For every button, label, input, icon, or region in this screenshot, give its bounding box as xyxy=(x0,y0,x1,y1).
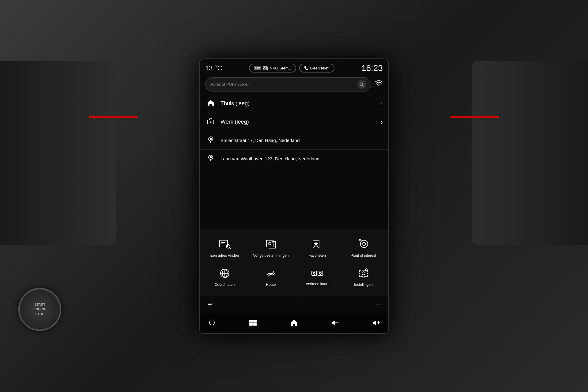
home-button[interactable] xyxy=(287,316,301,330)
recent1-nav-item[interactable]: Smientstraat 17, Den Haag, Nederland xyxy=(200,131,388,150)
phone-icon xyxy=(304,66,308,70)
dab-badge: DAB xyxy=(254,66,261,70)
menu-button[interactable] xyxy=(246,316,260,330)
previous-destinations-icon xyxy=(266,239,277,251)
home-icon xyxy=(205,99,216,108)
svg-line-6 xyxy=(363,85,364,86)
work-icon xyxy=(205,118,216,126)
favorites-button[interactable]: Favorieten xyxy=(295,235,339,262)
radio-icon xyxy=(263,66,268,70)
poi-label: Point of interest xyxy=(351,253,376,258)
work-nav-item[interactable]: Werk (leeg) › xyxy=(200,113,388,131)
recent1-icon xyxy=(205,136,216,144)
radio-label: NPO Sterr... xyxy=(270,66,291,70)
settings-icon xyxy=(358,268,369,280)
recent1-nav-label: Smientstraat 17, Den Haag, Nederland xyxy=(221,138,383,143)
svg-marker-23 xyxy=(314,241,318,246)
svg-rect-42 xyxy=(253,320,257,323)
route-icon xyxy=(266,268,277,280)
route-label: Route xyxy=(266,282,276,287)
poi-button[interactable]: Point of interest xyxy=(341,235,385,262)
infotainment-screen: 13 °C DAB NPO Sterr... xyxy=(199,58,389,334)
power-button[interactable] xyxy=(205,316,219,330)
svg-point-1 xyxy=(264,67,265,69)
bottom-left-group: ↩ xyxy=(205,299,219,309)
home-nav-label: Thuis (leeg) xyxy=(221,100,381,107)
svg-point-11 xyxy=(210,138,212,140)
route-button[interactable]: Route xyxy=(249,264,293,291)
vent-left xyxy=(0,61,116,245)
work-nav-arrow: › xyxy=(381,118,383,125)
search-placeholder: Adres of POI invoeren xyxy=(210,82,250,87)
wifi-icon xyxy=(375,80,383,88)
system-bar xyxy=(200,312,388,333)
search-bar-row: Adres of POI invoeren xyxy=(200,76,388,95)
coordinates-button[interactable]: Coördinaten xyxy=(203,264,247,291)
start-engine-button[interactable]: START ENGINE STOP xyxy=(18,288,61,331)
dashboard-background: START ENGINE STOP 13 °C DAB NPO Sterr... xyxy=(0,0,588,392)
traffic-map-label: Verkeerskaart xyxy=(306,282,328,287)
status-bar: 13 °C DAB NPO Sterr... xyxy=(200,59,388,76)
recent2-icon xyxy=(205,155,216,163)
nav-items-list: Thuis (leeg) › Werk (leeg) › xyxy=(200,95,388,230)
phone-label: Geen telef. xyxy=(310,66,330,70)
temperature-display: 13 °C xyxy=(205,64,222,72)
find-address-icon xyxy=(219,239,231,251)
phone-button[interactable]: Geen telef. xyxy=(299,64,335,73)
favorites-label: Favorieten xyxy=(308,253,326,258)
settings-button[interactable]: Instellingen xyxy=(341,264,385,291)
svg-point-20 xyxy=(269,242,271,245)
coordinates-label: Coördinaten xyxy=(215,282,235,287)
vent-right xyxy=(472,61,588,245)
bottom-center-divider xyxy=(297,300,297,308)
svg-rect-43 xyxy=(249,323,253,326)
poi-icon xyxy=(358,239,369,251)
red-accent-strip-right xyxy=(450,116,499,118)
home-nav-arrow: › xyxy=(381,100,383,107)
svg-point-13 xyxy=(210,156,212,158)
previous-destinations-button[interactable]: Vorige bestemmingen xyxy=(249,235,293,262)
search-icon[interactable] xyxy=(357,80,366,89)
search-bar[interactable]: Adres of POI invoeren xyxy=(205,77,371,91)
volume-down-button[interactable] xyxy=(328,316,342,330)
svg-rect-44 xyxy=(253,323,257,326)
svg-point-37 xyxy=(362,272,365,275)
grid-section: Een adres vinden Vorige bestemmingen xyxy=(200,230,388,296)
recent2-nav-label: Laan van Waalhaven 123, Den Haag, Nederl… xyxy=(221,156,383,161)
traffic-map-button[interactable]: Verkeerskaart xyxy=(295,264,339,291)
svg-rect-41 xyxy=(249,320,253,323)
radio-button[interactable]: DAB NPO Sterr... xyxy=(249,64,296,73)
recent2-nav-item[interactable]: Laan van Waalhaven 123, Den Haag, Nederl… xyxy=(200,150,388,168)
home-nav-item[interactable]: Thuis (leeg) › xyxy=(200,95,388,113)
svg-point-34 xyxy=(319,272,321,274)
traffic-map-icon xyxy=(311,269,323,279)
status-center: DAB NPO Sterr... Geen telef. xyxy=(249,64,334,73)
svg-point-33 xyxy=(313,272,315,274)
bottom-nav-bar: ↩ ··· xyxy=(200,296,388,312)
time-display: 16:23 xyxy=(361,63,383,73)
volume-up-button[interactable] xyxy=(369,316,383,330)
svg-point-25 xyxy=(363,242,366,245)
more-options-button[interactable]: ··· xyxy=(375,301,383,307)
settings-label: Instellingen xyxy=(354,282,373,287)
find-address-button[interactable]: Een adres vinden xyxy=(203,235,247,262)
favorites-icon xyxy=(312,239,322,251)
bottom-divider xyxy=(219,300,219,308)
previous-destinations-label: Vorige bestemmingen xyxy=(253,253,288,258)
svg-line-18 xyxy=(229,248,230,248)
red-accent-strip-left xyxy=(89,116,138,118)
find-address-label: Een adres vinden xyxy=(210,253,239,258)
coordinates-icon xyxy=(219,268,230,280)
work-nav-label: Werk (leeg) xyxy=(221,119,381,125)
back-button[interactable]: ↩ xyxy=(205,299,215,309)
